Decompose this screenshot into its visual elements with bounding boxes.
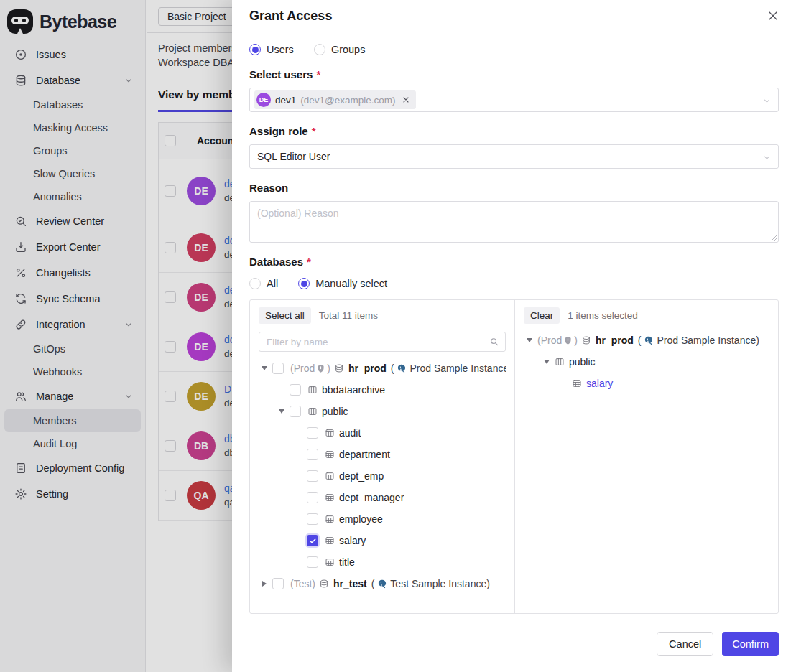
selected-count-label: 1 items selected (568, 310, 638, 321)
checkbox[interactable] (307, 449, 318, 460)
database-scope-radios: All Manually select (249, 278, 779, 289)
node-name: audit (339, 427, 361, 439)
chevron-down-icon[interactable] (277, 409, 286, 414)
search-icon (489, 337, 499, 347)
tree-node-hr-prod[interactable]: (Prod)hr_prod(Prod Sample Instance) (524, 330, 769, 351)
node-name: salary (339, 535, 366, 546)
select-all-button[interactable]: Select all (259, 307, 311, 324)
radio-groups[interactable]: Groups (314, 44, 366, 55)
checkbox[interactable] (290, 406, 301, 417)
required-asterisk: * (316, 68, 320, 80)
postgres-icon (397, 363, 407, 373)
filter-input-wrap (259, 332, 506, 352)
checkbox[interactable] (307, 513, 318, 525)
radio-all-control[interactable] (249, 278, 261, 289)
checkbox[interactable] (307, 556, 318, 568)
chevron-down-icon (762, 153, 772, 162)
tree-node-dept-emp[interactable]: dept_emp (259, 465, 506, 487)
selected-user-chip: DE dev1 (dev1@example.com) (254, 90, 416, 109)
node-name: hr_test (333, 578, 367, 589)
tree-node-hr-prod[interactable]: (Prod)hr_prod(Prod Sample Instance (259, 358, 506, 379)
table-icon (325, 493, 335, 503)
checkbox[interactable] (290, 384, 301, 396)
postgres-icon (377, 579, 387, 589)
chevron-right-icon[interactable] (260, 581, 269, 587)
reason-field-wrap (249, 201, 779, 243)
shield-icon (316, 364, 325, 373)
checkbox[interactable] (307, 427, 318, 439)
close-icon[interactable] (766, 9, 780, 23)
confirm-button[interactable]: Confirm (722, 632, 779, 656)
assign-role-select[interactable]: SQL Editor User (249, 144, 779, 169)
instance-label: (Prod Sample Instance (391, 363, 506, 374)
selected-tree: (Prod)hr_prod(Prod Sample Instance)publi… (524, 330, 769, 394)
checkbox[interactable] (307, 470, 318, 482)
tree-node-salary[interactable]: salary (524, 373, 769, 394)
assign-role-label: Assign role* (249, 125, 779, 137)
radio-users-control[interactable] (249, 44, 261, 55)
schema-icon (555, 357, 565, 367)
radio-users[interactable]: Users (249, 44, 294, 55)
schema-icon (307, 385, 318, 395)
radio-all[interactable]: All (249, 278, 278, 289)
tree-node-public[interactable]: public (524, 351, 769, 373)
table-icon (572, 378, 582, 388)
chevron-down-icon[interactable] (525, 338, 534, 342)
required-asterisk: * (312, 125, 316, 137)
radio-manually-select-control[interactable] (298, 278, 310, 289)
reason-label: Reason (249, 182, 779, 194)
total-items-label: Total 11 items (319, 310, 378, 321)
tree-node-department[interactable]: department (259, 444, 506, 465)
modal-title: Grant Access (249, 9, 332, 24)
clear-button[interactable]: Clear (524, 307, 560, 324)
tree-node-public[interactable]: public (259, 401, 506, 422)
environment-label: (Prod) (537, 335, 578, 346)
tree-node-salary[interactable]: salary (259, 530, 506, 551)
node-name: salary (586, 378, 613, 389)
schema-icon (307, 406, 318, 416)
node-name: title (339, 556, 355, 568)
checkbox[interactable] (307, 492, 318, 503)
node-name: public (322, 406, 348, 417)
chevron-down-icon[interactable] (542, 360, 551, 364)
databases-label: Databases* (249, 256, 779, 268)
node-name: bbdataarchive (322, 384, 385, 396)
cancel-button[interactable]: Cancel (657, 632, 713, 656)
database-tree: (Prod)hr_prod(Prod Sample Instancebbdata… (259, 358, 506, 594)
chevron-down-icon (762, 96, 772, 106)
tree-node-dept-manager[interactable]: dept_manager (259, 487, 506, 508)
checkbox[interactable] (272, 578, 284, 589)
table-icon (325, 449, 335, 459)
tree-node-bbdataarchive[interactable]: bbdataarchive (259, 379, 506, 401)
checkbox[interactable] (272, 363, 284, 374)
select-users-input[interactable]: DE dev1 (dev1@example.com) (249, 88, 779, 112)
select-users-label: Select users* (249, 68, 779, 80)
resize-handle[interactable] (770, 234, 777, 241)
remove-chip-icon[interactable] (402, 95, 410, 104)
instance-label: (Prod Sample Instance) (638, 335, 759, 346)
tree-node-hr-test[interactable]: (Test)hr_test(Test Sample Instance) (259, 573, 506, 594)
node-name: hr_prod (348, 363, 387, 374)
database-picker: Select all Total 11 items (Prod)hr_prod(… (249, 299, 779, 614)
radio-groups-control[interactable] (314, 44, 325, 55)
filter-input[interactable] (265, 336, 489, 348)
environment-label: (Test) (290, 578, 315, 589)
reason-textarea[interactable] (249, 201, 779, 243)
radio-manually-select[interactable]: Manually select (298, 278, 387, 289)
tree-node-audit[interactable]: audit (259, 422, 506, 444)
node-name: dept_emp (339, 470, 384, 482)
checkbox[interactable] (307, 535, 318, 546)
postgres-icon (644, 335, 654, 345)
chevron-down-icon[interactable] (260, 366, 269, 370)
tree-node-title[interactable]: title (259, 551, 506, 573)
environment-label: (Prod) (290, 363, 330, 374)
grant-access-modal: Grant Access Users Groups Select users* (232, 0, 796, 672)
db-icon (581, 335, 591, 345)
tree-node-employee[interactable]: employee (259, 508, 506, 530)
table-icon (325, 471, 335, 481)
instance-label: (Test Sample Instance) (371, 578, 490, 589)
table-icon (325, 536, 335, 546)
node-name: hr_prod (596, 335, 634, 346)
node-name: dept_manager (339, 492, 404, 503)
avatar: DE (256, 93, 271, 107)
